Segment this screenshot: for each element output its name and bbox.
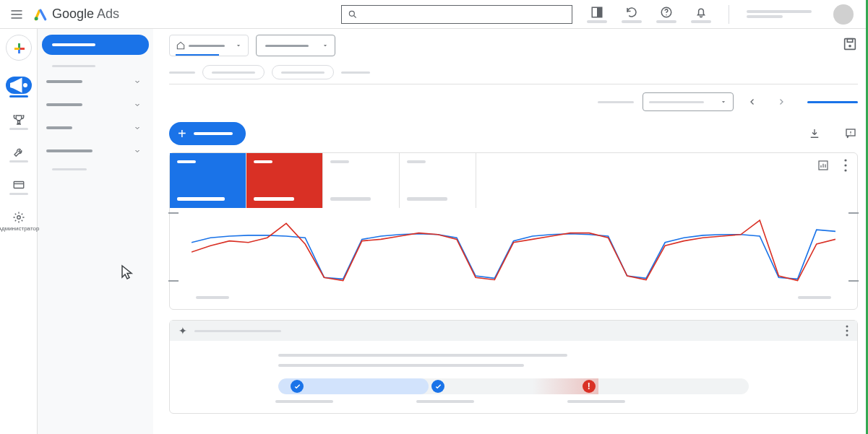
chevron-down-icon [133, 100, 142, 109]
sidebar-sub[interactable] [42, 62, 149, 70]
sidebar [38, 29, 153, 434]
chart-x-labels [192, 296, 835, 299]
new-campaign-button[interactable]: + [169, 122, 246, 145]
feedback-button[interactable] [843, 126, 858, 141]
feedback-icon [844, 127, 857, 140]
nav-admin[interactable]: Администратор [0, 211, 39, 232]
performance-chart-card [169, 152, 858, 310]
metric-tabs [170, 153, 857, 208]
nav-campaigns[interactable] [6, 77, 32, 97]
sidebar-primary[interactable] [42, 35, 149, 55]
optimization-score-card: ✦ ! [169, 320, 858, 414]
sidebar-section-1[interactable] [42, 70, 149, 93]
crumb-1[interactable] [169, 71, 195, 74]
score-progress: ! [278, 378, 749, 394]
breadcrumb-row [169, 61, 858, 84]
metric-tab-4[interactable] [400, 153, 476, 208]
notifications-button[interactable] [691, 6, 711, 23]
nav-billing[interactable] [9, 178, 28, 195]
home-icon [176, 40, 186, 51]
svg-point-6 [23, 83, 27, 87]
date-next[interactable] [771, 92, 791, 112]
svg-point-17 [844, 169, 846, 171]
score-text-1 [278, 354, 567, 357]
user-avatar[interactable] [833, 4, 854, 25]
tools-icon [12, 146, 25, 159]
checkpoint-warn: ! [583, 380, 596, 393]
gear-icon [12, 211, 25, 224]
svg-point-19 [846, 330, 848, 332]
chevron-down-icon [133, 77, 142, 86]
caret-down-icon [322, 42, 329, 49]
svg-point-0 [35, 17, 38, 20]
sidebar-section-2[interactable] [42, 93, 149, 116]
cursor-icon [119, 264, 137, 284]
metric-tab-3[interactable] [323, 153, 400, 208]
help-button[interactable] [656, 6, 676, 23]
search-input[interactable] [341, 5, 572, 24]
sidebar-footer[interactable] [42, 165, 149, 173]
expand-chart-icon[interactable] [817, 159, 830, 172]
line-chart [192, 212, 835, 292]
scope-selectors [169, 35, 335, 56]
main-content: + [153, 29, 868, 434]
svg-rect-9 [845, 39, 856, 50]
sidebar-section-3[interactable] [42, 116, 149, 139]
header-actions [578, 4, 862, 25]
checkpoint-done [291, 380, 304, 393]
svg-rect-10 [847, 39, 852, 43]
nav-admin-label: Администратор [0, 225, 39, 232]
nav-goals[interactable] [9, 113, 28, 130]
score-title [194, 330, 281, 332]
more-icon[interactable] [846, 325, 848, 337]
plus-icon: + [178, 126, 186, 141]
score-body: ! [170, 341, 857, 413]
caret-down-icon [235, 42, 242, 49]
account-switcher[interactable] [747, 10, 812, 18]
date-label [598, 101, 634, 103]
google-ads-icon [33, 7, 48, 22]
svg-point-11 [848, 45, 851, 48]
left-rail: Администратор [0, 29, 38, 434]
svg-point-8 [17, 216, 20, 220]
date-range-select[interactable] [643, 92, 734, 111]
search-icon [348, 9, 358, 19]
compare-toggle[interactable] [807, 101, 858, 103]
bell-icon [695, 6, 708, 19]
download-button[interactable] [807, 126, 822, 141]
date-prev[interactable] [742, 92, 762, 112]
progress-labels [278, 400, 749, 406]
svg-rect-3 [597, 7, 602, 17]
svg-point-20 [846, 334, 848, 337]
metric-tab-1[interactable] [170, 153, 246, 208]
menu-icon[interactable] [6, 4, 27, 25]
metric-tab-2[interactable] [246, 153, 323, 208]
appearance-icon [590, 6, 603, 19]
nav-tools[interactable] [9, 146, 28, 162]
crumb-chip-1[interactable] [202, 65, 265, 79]
svg-point-5 [666, 14, 667, 16]
new-button-label [194, 132, 233, 135]
score-header: ✦ [170, 321, 857, 341]
divider [729, 5, 729, 24]
product-logo: Google Ads [33, 6, 119, 22]
campaign-selector[interactable] [256, 35, 335, 56]
crumb-chip-2[interactable] [272, 65, 334, 79]
more-icon[interactable] [844, 159, 847, 172]
crumb-4[interactable] [341, 71, 370, 74]
download-icon [808, 127, 821, 140]
save-icon[interactable] [842, 36, 858, 52]
trophy-icon [12, 113, 25, 126]
refresh-button[interactable] [622, 6, 642, 23]
svg-point-15 [844, 159, 846, 161]
checkpoint-done [431, 380, 444, 393]
sparkle-icon: ✦ [179, 325, 187, 337]
sidebar-section-4[interactable] [42, 139, 149, 162]
refresh-icon [625, 6, 638, 19]
account-selector[interactable] [169, 35, 249, 56]
appearance-button[interactable] [587, 6, 607, 23]
svg-point-18 [846, 326, 848, 328]
caret-down-icon [720, 98, 727, 105]
svg-rect-7 [14, 182, 24, 188]
create-button[interactable] [6, 35, 32, 61]
